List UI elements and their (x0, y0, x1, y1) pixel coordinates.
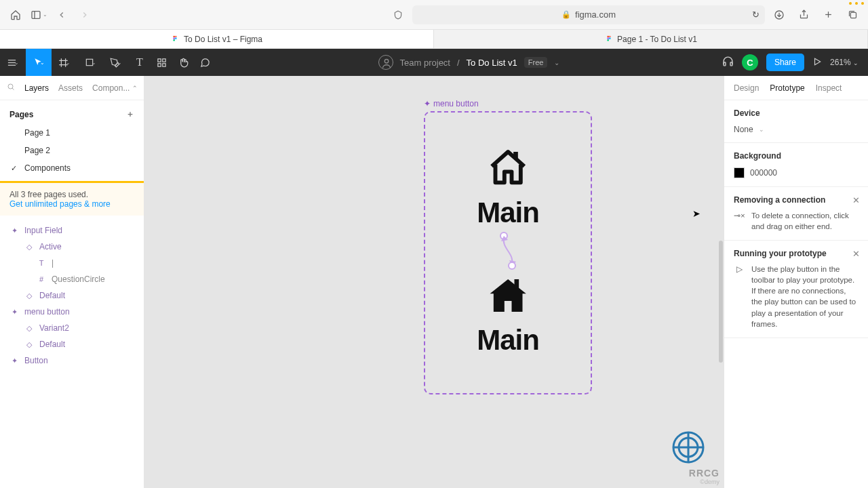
page-item-selected[interactable]: Components (0, 159, 144, 177)
page-item[interactable]: Page 2 (0, 142, 144, 159)
variant-icon: ◇ (24, 340, 34, 349)
figma-icon (171, 35, 180, 43)
component-set-icon: ✦ (9, 357, 19, 365)
layer-variant[interactable]: ◇Active (0, 239, 144, 255)
layer-component[interactable]: ✦Input Field (0, 222, 144, 239)
component-set-frame[interactable]: Main Main (424, 111, 592, 394)
new-tab-icon[interactable] (819, 6, 837, 24)
variant-label: Main (477, 197, 539, 229)
left-panel: Layers Assets Compon...⌃ Pages ＋ Page 1 … (0, 76, 144, 488)
forward-icon[interactable] (76, 6, 94, 24)
svg-rect-41 (514, 279, 519, 288)
text-tool[interactable]: T (129, 49, 151, 76)
close-icon[interactable]: ✕ (852, 249, 860, 259)
tabs-icon[interactable] (844, 6, 861, 24)
svg-rect-36 (513, 152, 518, 159)
address-bar[interactable]: 🔒 figma.com ↻ (412, 5, 765, 24)
svg-rect-7 (850, 12, 856, 18)
share-button[interactable]: Share (766, 54, 804, 71)
svg-marker-33 (814, 58, 820, 64)
tab-design[interactable]: Design (734, 83, 759, 93)
device-select[interactable]: None⌄ (734, 125, 859, 134)
layer-text[interactable]: T| (0, 255, 144, 271)
comment-tool[interactable] (194, 49, 216, 76)
chevron-down-icon[interactable]: ⌄ (554, 59, 559, 66)
zoom-level[interactable]: 261% ⌄ (830, 58, 859, 67)
upgrade-banner: All 3 free pages used. Get unlimited pag… (0, 181, 144, 216)
add-page-icon[interactable]: ＋ (126, 108, 134, 120)
main-menu-button[interactable]: ⌄ (0, 49, 26, 76)
house-filled-icon (486, 274, 530, 317)
layer-component[interactable]: ✦Button (0, 352, 144, 369)
right-panel: Design Prototype Inspect Device None⌄ Ba… (724, 76, 868, 488)
component-set-icon: ✦ (9, 226, 19, 235)
layer-variant[interactable]: ◇Default (0, 336, 144, 352)
variant-2[interactable]: Main (477, 274, 539, 357)
pages-header: Pages ＋ (0, 104, 144, 124)
pen-tool[interactable]: ⌄ (103, 49, 129, 76)
bg-color-row[interactable]: 000000 (734, 167, 859, 178)
file-name[interactable]: To Do List v1 (467, 58, 517, 68)
variant-default[interactable]: Main (477, 146, 539, 229)
play-icon: ▷ (734, 264, 745, 329)
upgrade-link[interactable]: Get unlimited pages & more (9, 199, 111, 209)
tab-layers[interactable]: Layers (24, 83, 49, 93)
svg-point-40 (509, 262, 515, 269)
tab-label: Page 1 - To Do List v1 (617, 35, 697, 44)
share-icon[interactable] (795, 6, 812, 24)
frame-label[interactable]: ✦menu button (424, 99, 479, 108)
layer-frame[interactable]: #QuestionCircle (0, 271, 144, 287)
sidebar-icon[interactable]: ⌄ (30, 6, 47, 24)
tab-inspect[interactable]: Inspect (816, 83, 842, 93)
scrollbar[interactable] (719, 241, 723, 363)
team-avatar-icon[interactable] (378, 55, 393, 70)
color-swatch[interactable] (734, 167, 745, 178)
toolbar-center: Team project / To Do List v1 Free ⌄ (216, 55, 722, 70)
tab-prototype[interactable]: Prototype (770, 83, 804, 93)
resources-tool[interactable] (151, 49, 172, 76)
interaction-connector[interactable] (494, 232, 521, 270)
user-avatar[interactable]: C (742, 54, 758, 70)
page-item[interactable]: Page 1 (0, 124, 144, 142)
canvas[interactable]: ✦menu button Main Main ➤ RRCG ©demy (144, 76, 724, 488)
shape-tool[interactable]: ⌄ (77, 49, 103, 76)
close-icon[interactable]: ✕ (852, 195, 860, 205)
url-host: figma.com (575, 9, 616, 20)
svg-point-17 (607, 39, 609, 41)
layer-variant[interactable]: ◇Default (0, 287, 144, 304)
reload-icon[interactable]: ↻ (752, 9, 760, 20)
browser-tab-2[interactable]: Page 1 - To Do List v1 (434, 30, 868, 48)
hint-removing-connection: ✕ Removing a connection ⊸× To delete a c… (724, 187, 868, 241)
tab-assets[interactable]: Assets (58, 83, 83, 93)
team-name[interactable]: Team project (400, 58, 450, 68)
headphones-icon[interactable] (722, 56, 734, 69)
browser-tab-1[interactable]: To Do List v1 – Figma (0, 30, 434, 48)
figma-icon (604, 35, 613, 43)
frame-icon: # (37, 275, 46, 283)
present-icon[interactable] (812, 57, 822, 68)
variant-label: Main (477, 324, 539, 357)
move-tool[interactable]: ⌄ (26, 49, 52, 76)
svg-rect-0 (32, 11, 40, 18)
browser-bar: ⌄ 🔒 figma.com ↻ (0, 0, 868, 30)
home-icon[interactable] (7, 6, 24, 24)
search-icon[interactable] (7, 83, 15, 93)
svg-point-16 (609, 37, 611, 39)
svg-rect-26 (157, 58, 160, 61)
download-icon[interactable] (770, 6, 788, 24)
shield-icon[interactable] (389, 6, 407, 24)
tab-components[interactable]: Compon...⌃ (92, 83, 138, 93)
hand-tool[interactable] (172, 49, 194, 76)
delete-connection-icon: ⊸× (734, 210, 745, 232)
figma-toolbar: ⌄ ⌄ ⌄ ⌄ ⌄ T Team project / To Do List v1… (0, 49, 868, 76)
house-outline-icon (486, 146, 530, 190)
svg-point-12 (174, 39, 176, 41)
frame-tool[interactable]: ⌄ (52, 49, 77, 76)
svg-line-35 (12, 88, 14, 90)
layer-variant[interactable]: ◇Variant2 (0, 320, 144, 336)
layer-component[interactable]: ✦menu button (0, 304, 144, 320)
back-icon[interactable] (53, 6, 71, 24)
svg-rect-32 (730, 62, 732, 66)
background-section: Background 000000 (724, 143, 868, 187)
plan-badge[interactable]: Free (524, 57, 548, 68)
